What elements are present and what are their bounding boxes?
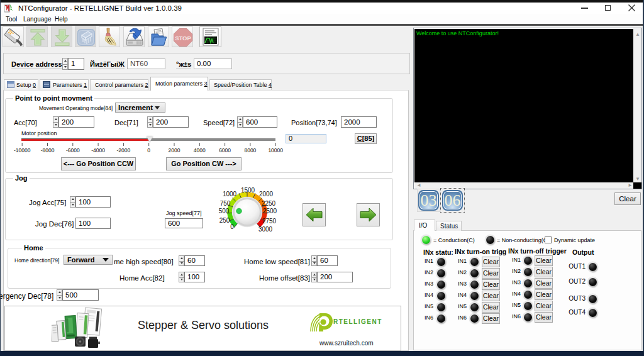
svg-text:-6000: -6000	[66, 147, 80, 153]
svg-text:-8000: -8000	[41, 147, 55, 153]
svg-text:6000: 6000	[219, 147, 231, 153]
svg-text:3000: 3000	[258, 226, 273, 233]
svg-text:4000: 4000	[194, 147, 206, 153]
svg-text:-10000: -10000	[14, 147, 31, 153]
svg-text:750: 750	[220, 200, 231, 207]
svg-text:8000: 8000	[244, 147, 256, 153]
svg-text:-2000: -2000	[117, 147, 131, 153]
svg-text:STOP: STOP	[175, 35, 191, 42]
svg-text:0: 0	[147, 147, 150, 153]
svg-text:250: 250	[219, 217, 230, 224]
svg-text:2000: 2000	[259, 191, 274, 197]
svg-text:500: 500	[219, 208, 230, 214]
svg-text:0: 0	[230, 223, 234, 230]
svg-text:2750: 2750	[262, 218, 277, 225]
svg-text:1000: 1000	[223, 191, 237, 197]
svg-text:RTELLIGENT: RTELLIGENT	[333, 318, 382, 325]
svg-text:2250: 2250	[262, 200, 276, 207]
svg-text:2000: 2000	[169, 147, 180, 153]
svg-text:-4000: -4000	[91, 147, 105, 153]
svg-text:10000: 10000	[268, 147, 283, 153]
svg-text:1500: 1500	[241, 187, 255, 194]
svg-text:2500: 2500	[263, 208, 277, 214]
